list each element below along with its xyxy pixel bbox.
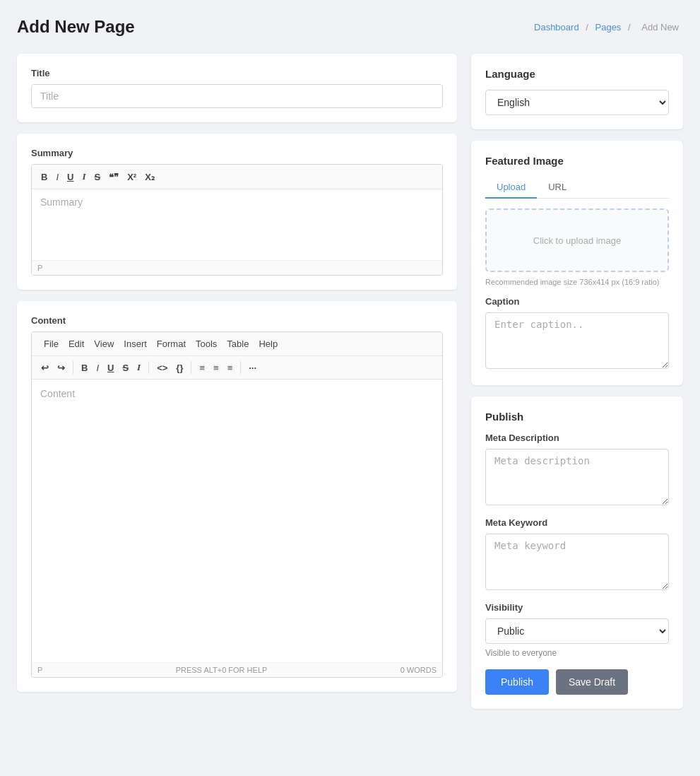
tab-url[interactable]: URL — [537, 177, 578, 199]
menu-help[interactable]: Help — [254, 336, 283, 351]
meta-keyword-section: Meta Keyword — [485, 517, 669, 592]
code-block-btn[interactable]: {} — [172, 360, 186, 375]
summary-bold-btn[interactable]: B — [37, 170, 51, 184]
content-footer-right: 0 WORDS — [401, 666, 437, 674]
code-block-icon: {} — [176, 363, 183, 373]
featured-image-tabs: Upload URL — [485, 177, 669, 199]
content-italic-serif-btn[interactable]: I — [134, 360, 144, 375]
language-title: Language — [485, 68, 669, 80]
summary-card: Summary B I U I S ❝❞ X² X₂ Summary — [17, 134, 457, 290]
bold-icon: B — [41, 172, 47, 182]
undo-icon: ↩ — [41, 363, 49, 373]
summary-superscript-btn[interactable]: X² — [124, 170, 140, 184]
page-header: Add New Page Dashboard / Pages / Add New — [17, 17, 683, 37]
align-center-btn[interactable]: ≡ — [210, 360, 223, 375]
summary-italic-btn[interactable]: I — [52, 170, 62, 184]
content-toolbar: ↩ ↪ B I U S I <> {} ≡ ≡ ≡ — [32, 356, 442, 380]
publish-button[interactable]: Publish — [485, 669, 549, 695]
meta-description-input[interactable] — [485, 449, 669, 505]
menu-view[interactable]: View — [89, 336, 119, 351]
superscript-icon: X² — [127, 172, 136, 182]
redo-btn[interactable]: ↪ — [54, 360, 69, 375]
caption-section: Caption — [485, 296, 669, 371]
content-bold-icon: B — [81, 363, 88, 373]
upload-hint: Recommended image size 736x414 px (16:9 … — [485, 278, 669, 286]
summary-italic-serif-btn[interactable]: I — [78, 169, 89, 184]
content-italic-serif-icon: I — [137, 362, 141, 372]
featured-image-card: Featured Image Upload URL Click to uploa… — [471, 141, 683, 385]
align-left-btn[interactable]: ≡ — [196, 360, 208, 375]
menu-format[interactable]: Format — [152, 336, 191, 351]
summary-strike-btn[interactable]: S — [90, 170, 104, 184]
visibility-section: Visibility Public Private Password Prote… — [485, 602, 669, 658]
align-center-icon: ≡ — [213, 363, 219, 373]
breadcrumb: Dashboard / Pages / Add New — [534, 22, 683, 33]
language-select[interactable]: English French Spanish German — [485, 90, 669, 115]
breadcrumb-dashboard[interactable]: Dashboard — [534, 22, 579, 33]
toolbar-sep-3 — [191, 361, 191, 374]
summary-placeholder: Summary — [40, 196, 83, 208]
content-card: Content File Edit View Insert Format Too… — [17, 301, 457, 692]
summary-footer: P — [32, 260, 442, 275]
content-label: Content — [31, 315, 443, 326]
summary-underline-btn[interactable]: U — [64, 170, 77, 184]
content-footer-left: P — [37, 666, 42, 674]
featured-image-title: Featured Image — [485, 155, 669, 167]
breadcrumb-pages[interactable]: Pages — [595, 22, 622, 33]
action-row: Publish Save Draft — [485, 669, 669, 695]
title-input[interactable] — [31, 84, 443, 108]
subscript-icon: X₂ — [145, 172, 155, 182]
content-italic-icon: I — [96, 363, 99, 373]
summary-label: Summary — [31, 148, 443, 158]
code-inline-icon: <> — [157, 363, 167, 373]
menu-edit[interactable]: Edit — [64, 336, 89, 351]
visibility-label: Visibility — [485, 602, 669, 613]
breadcrumb-current: Add New — [641, 22, 679, 33]
summary-subscript-btn[interactable]: X₂ — [141, 170, 158, 184]
meta-keyword-input[interactable] — [485, 534, 669, 590]
meta-keyword-label: Meta Keyword — [485, 517, 669, 528]
summary-editor: B I U I S ❝❞ X² X₂ Summary P — [31, 164, 443, 276]
visibility-select[interactable]: Public Private Password Protected — [485, 618, 669, 644]
upload-area[interactable]: Click to upload image — [485, 208, 669, 272]
code-inline-btn[interactable]: <> — [153, 360, 171, 375]
left-panel: Title Summary B I U I S ❝❞ X² X₂ — [17, 54, 457, 692]
menu-tools[interactable]: Tools — [191, 336, 222, 351]
undo-btn[interactable]: ↩ — [37, 360, 52, 375]
content-underline-btn[interactable]: U — [104, 360, 117, 375]
content-footer: P PRESS ALT+0 FOR HELP 0 WORDS — [32, 662, 442, 677]
content-strike-icon: S — [122, 363, 129, 373]
summary-body[interactable]: Summary — [32, 189, 442, 260]
toolbar-sep-4 — [240, 361, 241, 374]
content-editor: File Edit View Insert Format Tools Table… — [31, 331, 443, 678]
toolbar-sep-1 — [73, 361, 73, 374]
upload-text: Click to upload image — [533, 235, 621, 246]
align-right-icon: ≡ — [227, 363, 233, 373]
content-underline-icon: U — [107, 363, 114, 373]
tab-upload[interactable]: Upload — [485, 177, 537, 199]
title-label: Title — [31, 68, 443, 78]
page-title: Add New Page — [17, 17, 135, 37]
menu-insert[interactable]: Insert — [119, 336, 152, 351]
toolbar-sep-2 — [148, 361, 149, 374]
summary-toolbar: B I U I S ❝❞ X² X₂ — [32, 165, 442, 189]
content-italic-btn[interactable]: I — [93, 360, 102, 375]
content-strike-btn[interactable]: S — [119, 360, 132, 375]
more-icon: ··· — [249, 363, 256, 373]
italic-serif-icon: I — [82, 171, 85, 182]
redo-icon: ↪ — [57, 363, 65, 373]
title-card: Title — [17, 54, 457, 122]
align-left-icon: ≡ — [199, 363, 205, 373]
menu-file[interactable]: File — [39, 336, 64, 351]
strikethrough-icon: S — [94, 172, 100, 182]
content-bold-btn[interactable]: B — [78, 360, 91, 375]
menu-table[interactable]: Table — [222, 336, 254, 351]
italic-icon: I — [56, 172, 59, 182]
page-wrapper: Add New Page Dashboard / Pages / Add New… — [0, 0, 700, 726]
caption-input[interactable] — [485, 312, 669, 369]
more-btn[interactable]: ··· — [245, 360, 260, 375]
save-draft-button[interactable]: Save Draft — [556, 669, 628, 695]
summary-quote-btn[interactable]: ❝❞ — [105, 170, 122, 184]
align-right-btn[interactable]: ≡ — [224, 360, 237, 375]
content-body[interactable]: Content — [32, 380, 442, 662]
